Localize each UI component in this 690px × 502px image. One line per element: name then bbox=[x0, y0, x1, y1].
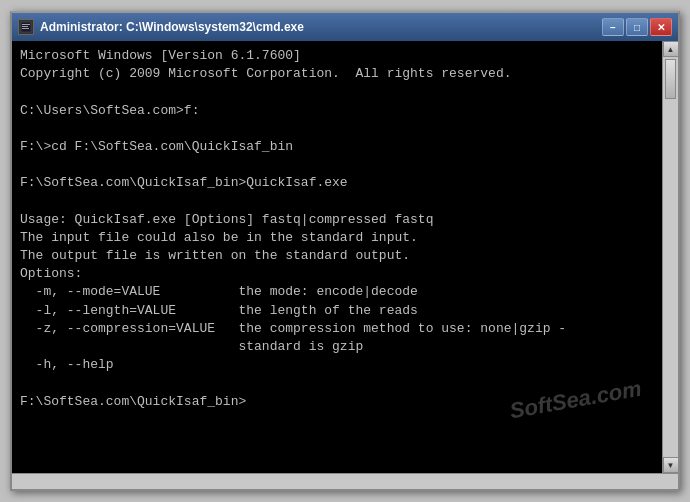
scroll-down-button[interactable]: ▼ bbox=[663, 457, 679, 473]
title-bar: Administrator: C:\Windows\system32\cmd.e… bbox=[12, 13, 678, 41]
scrollbar-thumb[interactable] bbox=[665, 59, 676, 99]
svg-rect-2 bbox=[22, 26, 28, 27]
scrollbar-track[interactable] bbox=[663, 57, 678, 457]
window-controls: − □ ✕ bbox=[602, 18, 672, 36]
console-wrapper: Microsoft Windows [Version 6.1.7600] Cop… bbox=[12, 41, 678, 473]
cmd-window: Administrator: C:\Windows\system32\cmd.e… bbox=[10, 11, 680, 491]
console-output: Microsoft Windows [Version 6.1.7600] Cop… bbox=[20, 47, 654, 411]
window-title: Administrator: C:\Windows\system32\cmd.e… bbox=[40, 20, 596, 34]
svg-rect-3 bbox=[22, 28, 29, 29]
close-button[interactable]: ✕ bbox=[650, 18, 672, 36]
vertical-scrollbar[interactable]: ▲ ▼ bbox=[662, 41, 678, 473]
svg-rect-1 bbox=[22, 24, 30, 25]
status-bar bbox=[12, 473, 678, 489]
scroll-up-button[interactable]: ▲ bbox=[663, 41, 679, 57]
console-area[interactable]: Microsoft Windows [Version 6.1.7600] Cop… bbox=[12, 41, 662, 473]
maximize-button[interactable]: □ bbox=[626, 18, 648, 36]
minimize-button[interactable]: − bbox=[602, 18, 624, 36]
window-icon bbox=[18, 19, 34, 35]
